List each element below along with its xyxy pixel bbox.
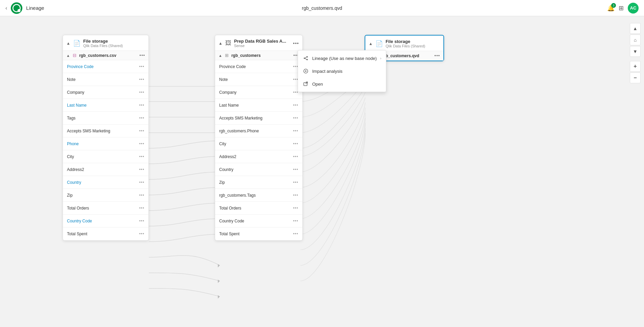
- field-row: Note •••: [215, 73, 302, 86]
- field-row: Zip •••: [63, 189, 148, 202]
- table-middle-collapse[interactable]: ▲: [218, 53, 222, 58]
- field-menu[interactable]: •••: [139, 103, 144, 108]
- field-name: Country Code: [219, 219, 244, 223]
- table-left-name: rgb_customers.csv: [79, 53, 137, 58]
- field-menu[interactable]: •••: [139, 232, 144, 236]
- panel-middle-menu[interactable]: •••: [293, 41, 299, 46]
- field-name: Country: [67, 180, 81, 185]
- field-row: Phone •••: [63, 137, 148, 150]
- field-menu[interactable]: •••: [139, 193, 144, 198]
- prep-data-icon: 🖼: [225, 40, 231, 47]
- field-menu[interactable]: •••: [139, 154, 144, 159]
- page-title: rgb_customers.qvd: [302, 5, 342, 11]
- fields-middle: Province Code ••• Note ••• Company ••• L…: [215, 60, 302, 240]
- svg-line-20: [305, 57, 306, 58]
- panel-left: ▲ 📄 File storage Qlik Data Files (Shared…: [63, 35, 149, 241]
- svg-point-19: [306, 59, 308, 60]
- panel-middle-collapse[interactable]: ▲: [218, 41, 223, 46]
- field-name: Zip: [67, 193, 73, 198]
- context-menu-item-lineage[interactable]: Lineage (Use as new base node) ›: [298, 52, 386, 65]
- context-menu-item-impact[interactable]: Impact analysis: [298, 65, 386, 78]
- field-name: Company: [219, 90, 236, 95]
- field-menu[interactable]: •••: [293, 206, 298, 211]
- panel-left-collapse[interactable]: ▲: [66, 41, 70, 46]
- field-menu[interactable]: •••: [293, 180, 298, 185]
- field-row: Province Code •••: [63, 60, 148, 73]
- context-open-label: Open: [312, 82, 323, 87]
- svg-point-23: [305, 70, 306, 72]
- panel-left-title: File storage: [83, 39, 145, 44]
- avatar[interactable]: AC: [628, 3, 639, 14]
- table-middle-name: rgb_customers: [231, 53, 291, 58]
- panel-right-collapse[interactable]: ▲: [369, 41, 373, 46]
- field-menu[interactable]: •••: [139, 77, 144, 82]
- field-row: rgb_customers.Tags •••: [215, 189, 302, 202]
- zoom-out-button[interactable]: −: [630, 72, 641, 83]
- field-menu[interactable]: •••: [293, 141, 298, 146]
- field-row: Total Spent •••: [63, 227, 148, 240]
- file-storage-left-icon: 📄: [73, 40, 80, 47]
- field-row: Tags •••: [63, 112, 148, 125]
- field-name: Address2: [67, 167, 84, 172]
- field-menu[interactable]: •••: [293, 129, 298, 133]
- field-menu[interactable]: •••: [139, 219, 144, 223]
- field-menu[interactable]: •••: [139, 64, 144, 69]
- panel-middle: ▲ 🖼 Prep Data RGB Sales A... Sense ••• ▲…: [215, 35, 303, 241]
- field-menu[interactable]: •••: [139, 206, 144, 211]
- table-right-menu[interactable]: •••: [434, 53, 440, 58]
- notification-badge: 3: [611, 3, 616, 8]
- svg-point-2: [18, 9, 21, 12]
- field-name: Total Spent: [67, 232, 87, 236]
- zoom-in-button[interactable]: +: [630, 61, 641, 72]
- field-row: Last Name •••: [63, 99, 148, 112]
- field-menu[interactable]: •••: [293, 193, 298, 198]
- context-lineage-label: Lineage (Use as new base node): [312, 56, 377, 61]
- table-left-collapse[interactable]: ▲: [66, 53, 70, 58]
- home-button[interactable]: ⌂: [630, 35, 641, 45]
- field-menu[interactable]: •••: [293, 167, 298, 172]
- field-name: Total Orders: [219, 206, 241, 211]
- field-name: Province Code: [67, 64, 94, 69]
- field-name: City: [219, 141, 226, 146]
- table-right-name: rgb_customers.qvd: [382, 53, 432, 58]
- field-menu[interactable]: •••: [293, 154, 298, 159]
- field-row: City •••: [215, 137, 302, 150]
- field-name: Country: [219, 167, 233, 172]
- context-menu-item-open[interactable]: Open: [298, 78, 386, 90]
- field-menu[interactable]: •••: [293, 103, 298, 108]
- field-menu[interactable]: •••: [139, 180, 144, 185]
- field-name: Last Name: [67, 103, 87, 108]
- scroll-up-button[interactable]: ▲: [630, 23, 641, 34]
- svg-marker-15: [218, 280, 220, 283]
- scroll-down-button[interactable]: ▼: [630, 46, 641, 57]
- back-button[interactable]: ‹: [5, 5, 7, 11]
- field-menu[interactable]: •••: [139, 141, 144, 146]
- panel-middle-title: Prep Data RGB Sales A...: [234, 39, 290, 44]
- field-menu[interactable]: •••: [139, 116, 144, 121]
- svg-point-17: [304, 58, 305, 59]
- field-name: Zip: [219, 180, 225, 185]
- field-menu[interactable]: •••: [293, 232, 298, 236]
- table-left-menu[interactable]: •••: [139, 53, 145, 58]
- canvas: ▲ 📄 File storage Qlik Data Files (Shared…: [0, 16, 644, 327]
- qlik-logo: [10, 2, 23, 14]
- notification-button[interactable]: 🔔 3: [607, 4, 615, 12]
- field-name: Accepts SMS Marketing: [219, 116, 262, 121]
- grid-button[interactable]: ⊞: [619, 4, 624, 12]
- svg-marker-16: [218, 295, 220, 299]
- field-row: Country Code •••: [215, 215, 302, 227]
- field-menu[interactable]: •••: [139, 167, 144, 172]
- lineage-title: Lineage: [26, 5, 44, 11]
- field-row: Total Orders •••: [215, 202, 302, 215]
- fields-left: Province Code ••• Note ••• Company ••• L…: [63, 60, 148, 240]
- field-row: rgb_customers.Phone •••: [215, 125, 302, 137]
- field-menu[interactable]: •••: [293, 116, 298, 121]
- field-name: rgb_customers.Phone: [219, 129, 259, 133]
- table-left-icon: ⊟: [73, 53, 76, 58]
- field-name: Tags: [67, 116, 75, 121]
- field-menu[interactable]: •••: [139, 90, 144, 95]
- svg-point-18: [306, 56, 308, 58]
- table-middle-icon: ⊞: [225, 53, 229, 58]
- field-menu[interactable]: •••: [139, 129, 144, 133]
- field-menu[interactable]: •••: [293, 219, 298, 223]
